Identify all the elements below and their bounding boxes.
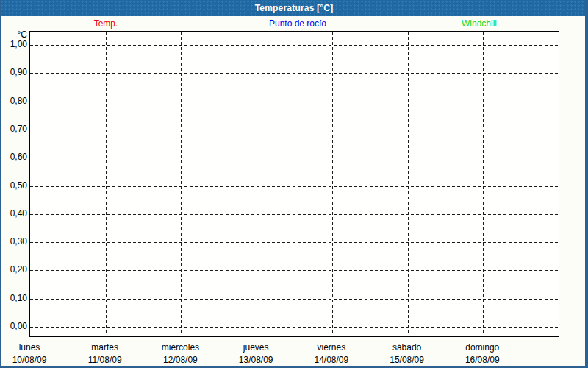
- h-gridline: [30, 73, 559, 74]
- legend-item-temp-: Temp.: [94, 18, 118, 29]
- h-gridline: [30, 45, 559, 46]
- v-gridline: [332, 32, 333, 336]
- plot-area: [29, 31, 559, 337]
- h-gridline: [30, 214, 559, 215]
- h-gridline: [30, 299, 559, 300]
- v-gridline: [408, 32, 409, 336]
- v-gridline: [483, 32, 484, 336]
- x-axis-day-label: domingo: [465, 342, 499, 353]
- y-axis-tick-label: 0,20: [1, 265, 27, 275]
- x-axis-date-label: 12/08/09: [163, 355, 198, 365]
- x-axis-date-label: 10/08/09: [12, 355, 47, 365]
- x-axis-day-label: miércoles: [162, 342, 199, 353]
- x-axis-day-label: lunes: [19, 342, 40, 353]
- chart-legend: Temp.Punto de rocíoWindchill: [1, 0, 585, 29]
- y-axis-tick-label: 0,40: [1, 209, 27, 219]
- x-axis-date-label: 14/08/09: [314, 355, 348, 365]
- y-axis-tick-label: 1,00: [1, 40, 27, 49]
- y-axis-tick-label: 0,70: [1, 124, 27, 134]
- y-axis-tick-label: 0,30: [1, 237, 27, 247]
- x-axis-day-label: martes: [91, 342, 118, 353]
- x-axis-day-label: jueves: [243, 342, 269, 353]
- h-gridline: [30, 327, 559, 328]
- x-axis-date-label: 13/08/09: [239, 355, 273, 365]
- legend-item-windchill: Windchill: [462, 18, 497, 29]
- y-axis-tick-label: 0,00: [1, 322, 27, 331]
- h-gridline: [30, 270, 559, 271]
- h-gridline: [30, 130, 559, 130]
- v-gridline: [106, 32, 107, 336]
- y-axis-tick-label: 0,50: [1, 181, 27, 191]
- x-axis-day-label: viernes: [318, 342, 346, 353]
- chart-window: Temperaturas [°C] Temp.Punto de rocíoWin…: [0, 0, 588, 368]
- h-gridline: [30, 102, 559, 102]
- h-gridline: [30, 242, 559, 243]
- x-axis-date-label: 15/08/09: [390, 355, 424, 365]
- y-axis-tick-label: 0,60: [1, 152, 27, 162]
- h-gridline: [30, 158, 559, 158]
- x-axis-date-label: 11/08/09: [88, 355, 122, 365]
- x-axis-date-label: 16/08/09: [465, 355, 500, 365]
- legend-item-punto-de-roc-o: Punto de rocío: [269, 18, 326, 29]
- v-gridline: [257, 32, 257, 336]
- x-axis-day-label: sábado: [392, 342, 421, 353]
- v-gridline: [181, 32, 182, 336]
- y-axis-tick-label: 0,80: [1, 96, 27, 106]
- y-axis-tick-label: 0,90: [1, 68, 27, 77]
- y-axis-tick-label: 0,10: [1, 294, 27, 303]
- h-gridline: [30, 186, 559, 187]
